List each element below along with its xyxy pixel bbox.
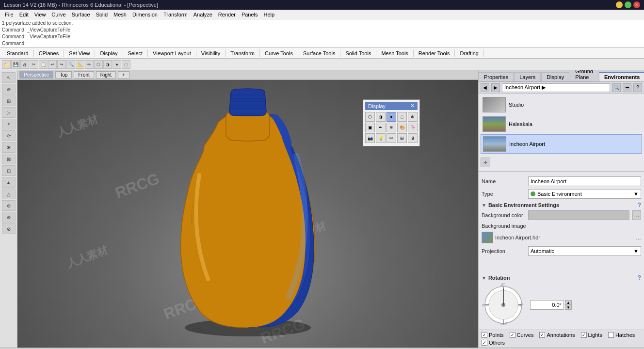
toolbar-tab-select[interactable]: Select xyxy=(123,49,148,57)
left-tool-6[interactable]: ✱ xyxy=(2,142,16,153)
left-tool-11[interactable]: ⊕ xyxy=(2,200,16,211)
panel-search-button[interactable]: 🔍 xyxy=(612,83,621,92)
menu-item-render[interactable]: Render xyxy=(215,11,239,18)
tab-properties[interactable]: Properties xyxy=(479,72,514,81)
shaded-mode-icon[interactable]: ◑ xyxy=(376,112,386,122)
toolbar-tab-standard[interactable]: Standard xyxy=(2,49,34,57)
tech-mode-icon[interactable]: ▣ xyxy=(365,123,375,132)
basic-settings-help-icon[interactable]: ? xyxy=(638,202,641,208)
toolbar-tab-solid-tools[interactable]: Solid Tools xyxy=(340,49,376,57)
env-item-incheon[interactable]: Incheon Airport xyxy=(481,134,642,154)
toolbar-tab-curve-tools[interactable]: Curve Tools xyxy=(260,49,298,57)
toolbar-icon-3[interactable]: ✂ xyxy=(30,60,38,69)
left-tool-4[interactable]: ⌖ xyxy=(2,119,16,129)
rotation-value-input[interactable] xyxy=(530,300,564,310)
flamingo-mode-icon[interactable]: 🦩 xyxy=(408,123,418,132)
section-toggle-rotation[interactable]: ▼ xyxy=(482,275,486,281)
viewport-tab-right[interactable]: Right xyxy=(96,71,116,79)
menu-item-mesh[interactable]: Mesh xyxy=(111,11,129,18)
check-points-box[interactable] xyxy=(482,332,487,338)
maximize-button[interactable]: □ xyxy=(625,1,631,8)
toolbar-icon-10[interactable]: ⬡ xyxy=(94,60,103,69)
tab-ground-plane[interactable]: Ground Plane xyxy=(570,70,598,81)
monitor-icon[interactable]: 🖥 xyxy=(408,133,418,143)
viewport-tab-front[interactable]: Front xyxy=(74,71,94,79)
env-item-haleakala[interactable]: Haleakala xyxy=(481,115,642,133)
rotation-spin-up[interactable]: ▲ xyxy=(565,300,572,305)
xray-mode-icon[interactable]: ⊕ xyxy=(408,112,418,122)
viewport-canvas[interactable]: 人人素材 RRCG 人人素材 RRCG 人人素材 人人素材 RRCG xyxy=(17,80,478,348)
menu-item-help[interactable]: Help xyxy=(261,11,278,18)
viewport-tab-+[interactable]: + xyxy=(118,71,129,79)
minimize-button[interactable]: — xyxy=(616,1,623,8)
menu-item-edit[interactable]: Edit xyxy=(16,11,32,18)
name-input[interactable] xyxy=(528,176,641,186)
menu-item-surface[interactable]: Surface xyxy=(69,11,93,18)
left-tool-8[interactable]: ⊡ xyxy=(2,165,16,176)
toolbar-icon-8[interactable]: 📐 xyxy=(76,60,84,69)
toolbar-tab-surface-tools[interactable]: Surface Tools xyxy=(298,49,340,57)
hdr-more-button[interactable]: … xyxy=(636,235,641,240)
rotation-dial[interactable]: 0° 90° 180° 270° xyxy=(482,283,525,327)
display-popup-close[interactable]: ✕ xyxy=(410,103,415,109)
menu-item-panels[interactable]: Panels xyxy=(239,11,261,18)
check-curves-box[interactable] xyxy=(510,332,515,338)
toolbar-tab-visibility[interactable]: Visibility xyxy=(196,49,226,57)
check-lights-box[interactable] xyxy=(581,332,587,338)
nav-back-button[interactable]: ◀ xyxy=(481,83,489,92)
left-tool-2[interactable]: ⊞ xyxy=(2,95,16,106)
viewport-tab-perspective[interactable]: Perspective xyxy=(19,71,53,79)
ghosted-mode-icon[interactable]: ◌ xyxy=(397,112,407,122)
clipping-icon[interactable]: ✂ xyxy=(386,133,396,143)
section-toggle-basic[interactable]: ▼ xyxy=(482,203,486,208)
left-tool-3[interactable]: ▷ xyxy=(2,107,16,118)
toolbar-icon-7[interactable]: 🔍 xyxy=(66,60,75,69)
toolbar-icon-11[interactable]: ◑ xyxy=(103,60,112,69)
wireframe-mode-icon[interactable]: ⬡ xyxy=(365,112,375,122)
env-item-studio[interactable]: Studio xyxy=(481,95,642,114)
nav-forward-button[interactable]: ▶ xyxy=(491,83,500,92)
left-tool-1[interactable]: ⊕ xyxy=(2,84,16,95)
bg-color-btn[interactable]: … xyxy=(632,210,641,220)
toolbar-tab-display[interactable]: Display xyxy=(95,49,123,57)
left-tool-13[interactable]: ⊘ xyxy=(2,223,16,234)
type-dropdown[interactable]: Basic Environment ▼ xyxy=(528,189,641,199)
check-others-box[interactable] xyxy=(482,340,487,346)
panel-help-button[interactable]: ? xyxy=(633,83,642,92)
check-hatches-box[interactable] xyxy=(608,332,614,338)
left-tool-5[interactable]: ⟳ xyxy=(2,130,16,141)
toolbar-icon-13[interactable]: ◌ xyxy=(122,60,130,69)
bg-color-swatch[interactable] xyxy=(528,210,629,220)
toolbar-tab-cplanes[interactable]: CPlanes xyxy=(34,49,64,57)
left-tool-0[interactable]: ↖ xyxy=(2,72,16,83)
menu-item-analyze[interactable]: Analyze xyxy=(191,11,215,18)
tab-environments[interactable]: Environments xyxy=(599,72,644,81)
check-annotations-box[interactable] xyxy=(539,332,545,338)
toolbar-icon-12[interactable]: ● xyxy=(113,60,121,69)
projection-dropdown[interactable]: Automatic ▼ xyxy=(528,246,641,256)
arctic-mode-icon[interactable]: ❄ xyxy=(386,123,396,132)
lights-icon[interactable]: 💡 xyxy=(376,133,386,143)
artistic-mode-icon[interactable]: 🎨 xyxy=(397,123,407,132)
toolbar-icon-2[interactable]: 🖨 xyxy=(20,60,29,69)
toolbar-icon-4[interactable]: 📋 xyxy=(39,60,48,69)
rotation-spin-down[interactable]: ▼ xyxy=(565,305,572,310)
left-tool-10[interactable]: △ xyxy=(2,189,16,199)
tab-layers[interactable]: Layers xyxy=(514,72,541,81)
panel-menu-button[interactable]: ☰ xyxy=(623,83,631,92)
menu-item-file[interactable]: File xyxy=(2,11,16,18)
toolbar-tab-drafting[interactable]: Drafting xyxy=(455,49,484,57)
toolbar-icon-9[interactable]: ✏ xyxy=(85,60,94,69)
pen-mode-icon[interactable]: ✒ xyxy=(376,123,386,132)
tab-display[interactable]: Display xyxy=(541,72,569,81)
command-input[interactable]: Command: xyxy=(2,40,642,47)
toolbar-tab-render-tools[interactable]: Render Tools xyxy=(414,49,455,57)
rotation-help-icon[interactable]: ? xyxy=(638,274,641,281)
left-tool-9[interactable]: ▲ xyxy=(2,177,16,188)
toolbar-icon-1[interactable]: 💾 xyxy=(11,60,20,69)
left-tool-7[interactable]: ⊠ xyxy=(2,154,16,164)
close-button[interactable]: ✕ xyxy=(633,1,640,8)
menu-item-curve[interactable]: Curve xyxy=(48,11,68,18)
camera-icon[interactable]: 📷 xyxy=(365,133,375,143)
toolbar-icon-5[interactable]: ↩ xyxy=(48,60,57,69)
